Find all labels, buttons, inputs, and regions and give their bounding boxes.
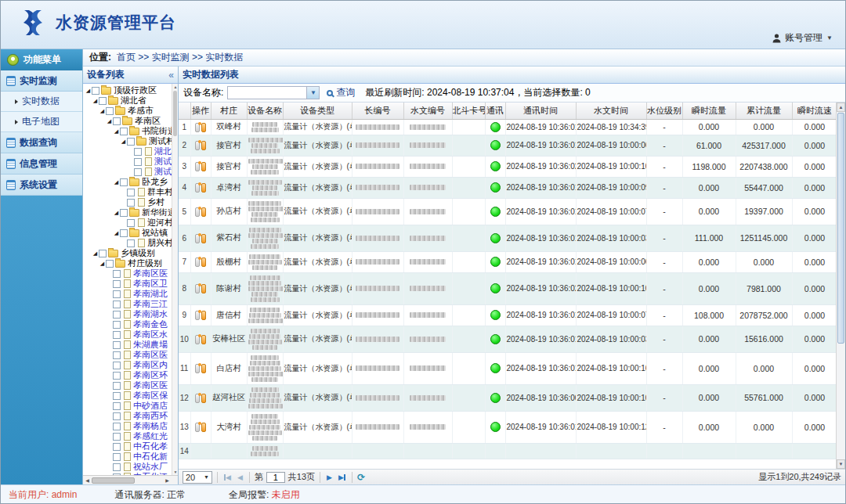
first-page-button[interactable]: ◀ — [222, 473, 233, 481]
next-page-button[interactable]: ▶ — [325, 473, 334, 481]
tree-checkbox[interactable] — [120, 209, 128, 217]
device-control-icon[interactable] — [201, 123, 206, 132]
tree-checkbox[interactable] — [134, 158, 142, 166]
tree-hscroll-thumb[interactable] — [92, 477, 135, 484]
table-row[interactable]: 7殷棚村流量计（水资源）(单站)2024-08-19 10:36:012024-… — [179, 251, 836, 272]
expand-icon[interactable]: ◢ — [85, 85, 92, 95]
expand-icon[interactable]: ◢ — [113, 126, 120, 136]
table-row[interactable]: 3接官村流量计（水资源）(单站)2024-08-19 10:36:022024-… — [179, 156, 836, 177]
sidebar-item-1[interactable]: 实时数据 — [1, 92, 82, 112]
column-header[interactable]: 水文编号 — [403, 103, 452, 119]
tree-checkbox[interactable] — [113, 301, 121, 308]
breadcrumb-path[interactable]: 首页 >> 实时监测 >> 实时数据 — [117, 51, 243, 64]
device-config-icon[interactable] — [195, 335, 200, 344]
scroll-down-icon[interactable]: ▼ — [837, 459, 845, 469]
tree-checkbox[interactable] — [127, 239, 135, 247]
tree-checkbox[interactable] — [92, 87, 99, 95]
table-row[interactable]: 4卓湾村流量计（水资源）(单站)2024-08-19 10:36:012024-… — [179, 177, 836, 198]
device-config-icon[interactable] — [195, 364, 200, 373]
device-config-icon[interactable] — [195, 311, 200, 320]
device-control-icon[interactable] — [201, 364, 206, 373]
column-header[interactable]: 操作 — [190, 103, 211, 119]
tree-checkbox[interactable] — [99, 250, 107, 257]
device-control-icon[interactable] — [201, 423, 206, 432]
tree-checkbox[interactable] — [113, 382, 121, 390]
device-control-icon[interactable] — [201, 284, 206, 293]
tree-checkbox[interactable] — [127, 189, 135, 196]
tree-checkbox[interactable] — [113, 321, 121, 329]
device-control-icon[interactable] — [201, 234, 206, 243]
combo-dropdown-icon[interactable]: ▼ — [306, 87, 319, 99]
column-header[interactable]: 水文时间 — [576, 103, 646, 119]
device-control-icon[interactable] — [201, 162, 206, 171]
device-config-icon[interactable] — [195, 123, 200, 132]
column-header[interactable]: 通讯时间 — [505, 103, 576, 119]
tree-checkbox[interactable] — [127, 199, 135, 207]
table-row[interactable]: 13大湾村流量计（水资源）(单站)2024-08-19 10:36:012024… — [179, 411, 836, 443]
tree-checkbox[interactable] — [113, 443, 121, 451]
tree-checkbox[interactable] — [127, 138, 135, 146]
column-header[interactable]: 瞬时流量 — [682, 103, 736, 119]
tree-checkbox[interactable] — [113, 362, 121, 369]
tree-checkbox[interactable] — [113, 280, 121, 288]
column-header[interactable]: 水位级别 — [646, 103, 682, 119]
device-control-icon[interactable] — [201, 207, 206, 217]
expand-icon[interactable]: ◢ — [120, 136, 127, 146]
tree-checkbox[interactable] — [106, 260, 114, 268]
device-control-icon[interactable] — [201, 311, 206, 320]
tree-checkbox[interactable] — [113, 463, 121, 471]
column-header[interactable]: 设备类型 — [283, 103, 352, 119]
table-row[interactable]: 6紫石村流量计（水资源）(单站)2024-08-19 10:36:012024-… — [179, 225, 836, 251]
table-row[interactable]: 12赵河社区流量计（水资源）(单站)2024-08-19 10:36:00202… — [179, 384, 836, 411]
device-name-combo[interactable]: ▼ — [227, 86, 320, 99]
page-size-select[interactable]: 20 ▼ — [183, 471, 212, 484]
expand-icon[interactable]: ◢ — [99, 106, 106, 116]
column-header[interactable]: 累计流量 — [736, 103, 792, 119]
expand-icon[interactable]: ◢ — [99, 258, 106, 268]
tree-checkbox[interactable] — [120, 178, 128, 186]
expand-icon[interactable]: ◢ — [113, 207, 120, 218]
table-row[interactable]: 2接官村流量计（水资源）(单站)2024-08-19 10:36:012024-… — [179, 135, 836, 156]
tree-checkbox[interactable] — [113, 412, 121, 420]
tree-horizontal-scrollbar[interactable]: ◀ ▶ — [83, 475, 178, 484]
device-config-icon[interactable] — [195, 257, 200, 267]
tree-checkbox[interactable] — [113, 392, 121, 400]
device-config-icon[interactable] — [195, 234, 200, 243]
scroll-up-icon[interactable]: ▲ — [172, 84, 179, 90]
column-header[interactable]: 长编号 — [352, 103, 403, 119]
tree-checkbox[interactable] — [113, 311, 121, 319]
device-config-icon[interactable] — [195, 284, 200, 293]
table-row[interactable]: 1双峰村流量计（水资源）(单站)2024-08-19 10:36:012024-… — [179, 119, 836, 135]
tree-checkbox[interactable] — [113, 351, 121, 359]
sidebar-item-5[interactable]: 系统设置 — [1, 175, 82, 196]
expand-icon[interactable]: ◢ — [113, 228, 120, 238]
device-config-icon[interactable] — [195, 183, 200, 193]
tree-checkbox[interactable] — [127, 219, 135, 227]
tree-checkbox[interactable] — [120, 128, 128, 135]
column-header[interactable] — [179, 103, 190, 119]
column-header[interactable]: 通讯 — [485, 103, 505, 119]
tree-checkbox[interactable] — [99, 97, 107, 105]
table-row[interactable]: 8陈谢村流量计（水资源）(单站)2024-08-19 10:36:022024-… — [179, 272, 836, 304]
column-header[interactable]: 北斗卡号 — [452, 103, 485, 119]
expand-icon[interactable]: ◢ — [92, 95, 99, 106]
column-header[interactable]: 村庄 — [211, 103, 247, 119]
device-config-icon[interactable] — [195, 394, 200, 403]
sidebar-item-3[interactable]: 数据查询 — [1, 132, 82, 153]
column-header[interactable]: 设备名称 — [247, 103, 283, 119]
device-name-combo-value[interactable] — [228, 87, 306, 99]
tree-checkbox[interactable] — [113, 290, 121, 298]
device-control-icon[interactable] — [201, 257, 206, 267]
tree-checkbox[interactable] — [113, 341, 121, 349]
tree-checkbox[interactable] — [113, 117, 121, 125]
expand-icon[interactable]: ◢ — [113, 177, 120, 187]
prev-page-button[interactable]: ◀ — [236, 473, 244, 481]
scroll-left-icon[interactable]: ◀ — [83, 477, 92, 483]
tree-scroll-thumb[interactable] — [173, 91, 177, 136]
tree-checkbox[interactable] — [113, 423, 121, 430]
device-config-icon[interactable] — [195, 141, 200, 150]
tree-checkbox[interactable] — [106, 107, 114, 115]
table-row[interactable]: 14 — [179, 443, 836, 459]
tree-checkbox[interactable] — [113, 453, 121, 461]
sidebar-item-0[interactable]: 实时监测 — [1, 70, 82, 92]
